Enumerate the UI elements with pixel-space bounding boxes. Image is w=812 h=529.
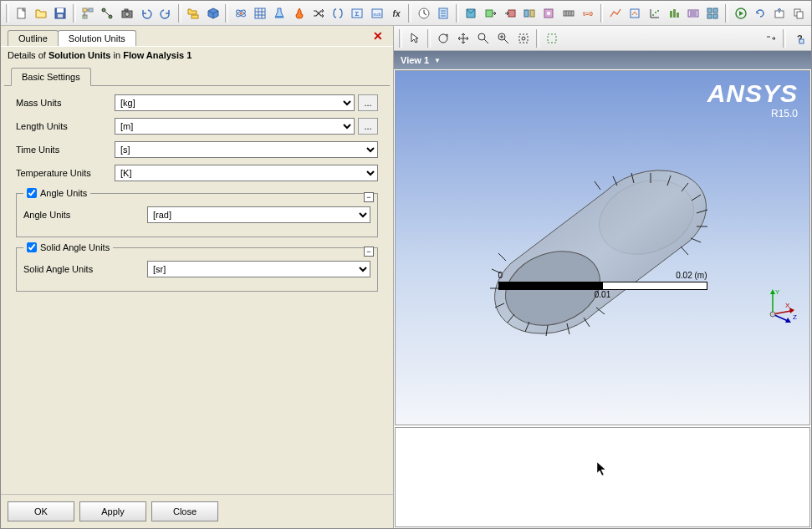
redo-icon[interactable] (157, 4, 175, 23)
cursor-icon (596, 461, 608, 476)
open-icon[interactable] (32, 4, 49, 23)
temperature-units-select[interactable]: [K] (115, 165, 378, 181)
scale-max: 0.02 (676, 271, 692, 280)
angle-units-select[interactable]: [rad] (147, 206, 370, 223)
domain-icon[interactable] (462, 4, 480, 23)
pan-icon[interactable] (454, 29, 472, 48)
close-icon[interactable]: ✕ (373, 29, 385, 41)
bracket-icon[interactable] (329, 4, 346, 23)
solid-angle-units-legend: Solid Angle Units (23, 242, 113, 252)
source-icon[interactable] (540, 4, 558, 23)
run-icon[interactable] (732, 4, 749, 23)
svg-point-10 (125, 12, 129, 16)
length-units-label: Length Units (16, 121, 115, 131)
solid-angle-units-select[interactable]: [sr] (147, 261, 370, 277)
angle-units-checkbox[interactable] (27, 188, 37, 198)
tab-solution-units[interactable]: Solution Units (58, 30, 136, 46)
cube-icon[interactable] (204, 4, 222, 23)
row-time-units: Time Units [s] (16, 141, 378, 158)
details-container: Flow Analysis 1 (123, 50, 192, 60)
interface-icon[interactable] (521, 4, 539, 23)
rotate-icon[interactable] (434, 29, 452, 48)
solid-angle-units-group-label: Solid Angle Units (40, 242, 110, 252)
help-icon[interactable]: ? (789, 29, 808, 48)
mass-units-more-button[interactable]: ... (358, 94, 378, 111)
refresh-icon[interactable] (751, 4, 769, 23)
mesh-icon[interactable] (251, 4, 268, 23)
toolbar-separator (783, 29, 786, 48)
chevron-down-icon[interactable]: ▼ (434, 57, 441, 64)
svg-text:Σ: Σ (355, 10, 360, 18)
angle-units-label: Angle Units (23, 210, 147, 220)
sheet-icon[interactable] (435, 4, 452, 23)
axis-triad[interactable]: Y X Z (759, 286, 798, 324)
fx-icon[interactable]: fx (387, 4, 405, 23)
view-toolbar: ? (394, 26, 811, 51)
time-units-select[interactable]: [s] (115, 141, 378, 158)
solver6-icon[interactable] (704, 4, 722, 23)
select-icon[interactable] (543, 29, 561, 48)
toolbar-separator (225, 4, 228, 23)
zoom-box-icon[interactable] (494, 29, 513, 48)
svg-rect-38 (677, 13, 679, 18)
time-units-label: Time Units (16, 145, 115, 155)
flame-icon[interactable] (290, 4, 308, 23)
flask-icon[interactable] (271, 4, 289, 23)
undo-icon[interactable] (137, 4, 155, 23)
t0-icon[interactable]: t=0 (579, 4, 596, 23)
svg-text:Z: Z (793, 313, 797, 321)
solver4-icon[interactable] (665, 4, 682, 23)
solver2-icon[interactable] (626, 4, 644, 23)
tab-outline[interactable]: Outline (8, 30, 59, 46)
sub-icon[interactable]: sub (368, 4, 386, 23)
physics-icon[interactable] (232, 4, 249, 23)
apply-button[interactable]: Apply (79, 501, 146, 521)
tree-icon[interactable] (79, 4, 97, 23)
svg-rect-26 (524, 10, 529, 17)
close-button[interactable]: Close (151, 501, 218, 521)
collapse-icon[interactable]: − (364, 247, 374, 257)
copy-icon[interactable] (790, 4, 808, 23)
collapse-icon[interactable]: − (364, 192, 374, 202)
solver1-icon[interactable] (606, 4, 624, 23)
more-icon[interactable] (761, 29, 779, 48)
scale-min: 0 (498, 271, 503, 280)
save-icon[interactable] (51, 4, 69, 23)
svg-rect-55 (799, 39, 804, 43)
solid-angle-units-checkbox[interactable] (27, 242, 37, 252)
row-angle-units: Angle Units [rad] (23, 206, 370, 223)
svg-line-58 (595, 181, 600, 190)
inlet-icon[interactable] (482, 4, 499, 23)
solver5-icon[interactable] (684, 4, 702, 23)
sigma-icon[interactable]: Σ (349, 4, 366, 23)
svg-point-48 (439, 34, 447, 43)
length-units-more-button[interactable]: ... (358, 118, 378, 135)
folder-tree-icon[interactable] (185, 4, 202, 23)
camera-icon[interactable] (118, 4, 135, 23)
svg-rect-51 (519, 34, 528, 43)
length-units-select[interactable]: [m] (115, 118, 355, 135)
new-icon[interactable] (13, 4, 30, 23)
solver3-icon[interactable] (646, 4, 663, 23)
viewport-3d[interactable]: ANSYS R15.0 (395, 70, 810, 425)
svg-text:Y: Y (775, 288, 780, 296)
toolbar-separator (456, 4, 459, 23)
row-length-units: Length Units [m] ... (16, 118, 378, 135)
ok-button[interactable]: OK (8, 501, 74, 521)
export-icon[interactable] (770, 4, 788, 23)
toolbar-separator (600, 4, 604, 23)
connector-icon[interactable] (99, 4, 116, 23)
shuffle-icon[interactable] (309, 4, 327, 23)
clock-icon[interactable] (415, 4, 432, 23)
zoom-icon[interactable] (474, 29, 493, 48)
svg-rect-3 (58, 14, 63, 18)
subtab-basic-settings[interactable]: Basic Settings (11, 68, 91, 86)
outlet-icon[interactable] (501, 4, 518, 23)
mass-units-select[interactable]: [kg] (115, 94, 355, 111)
subtabs: Basic Settings (1, 64, 393, 85)
pointer-icon[interactable] (406, 29, 424, 48)
message-area[interactable] (395, 427, 810, 527)
view-header[interactable]: View 1 ▼ (394, 51, 811, 69)
walls-icon[interactable] (559, 4, 577, 23)
fit-icon[interactable] (514, 29, 533, 48)
